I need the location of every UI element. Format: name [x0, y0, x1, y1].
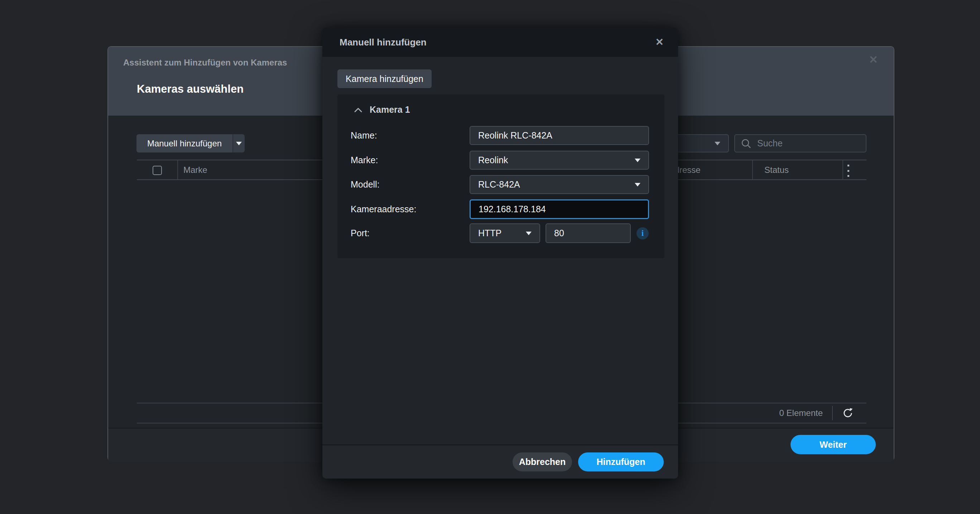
- port-protocol-value: HTTP: [478, 228, 501, 238]
- name-input[interactable]: [469, 126, 649, 145]
- modell-select[interactable]: RLC-842A: [469, 175, 649, 194]
- wizard-close-icon[interactable]: ✕: [869, 53, 878, 66]
- search-box[interactable]: [734, 134, 867, 152]
- column-header-status[interactable]: Status: [764, 160, 789, 179]
- dialog-header: Manuell hinzufügen ✕: [322, 27, 678, 57]
- kameraadresse-input[interactable]: [469, 199, 649, 219]
- wizard-page-title: Kameras auswählen: [137, 82, 243, 95]
- camera-1-panel: Kamera 1 Name: Marke: Reolink Modell: RL…: [337, 95, 665, 258]
- kameraadresse-label: Kameraadresse:: [351, 204, 416, 214]
- camera-1-title: Kamera 1: [370, 105, 410, 115]
- element-count: 0 Elemente: [780, 408, 823, 418]
- marke-value: Reolink: [478, 155, 508, 165]
- manual-add-split-button[interactable]: Manuell hinzufügen: [137, 134, 245, 152]
- screen: Assistent zum Hinzufügen von Kameras Kam…: [0, 0, 980, 514]
- search-input[interactable]: [756, 138, 860, 149]
- chevron-down-icon: [635, 159, 640, 162]
- port-protocol-select[interactable]: HTTP: [469, 223, 540, 243]
- dialog-title: Manuell hinzufügen: [340, 27, 426, 57]
- chevron-down-icon: [236, 142, 242, 145]
- camera-1-section-header[interactable]: Kamera 1: [354, 105, 410, 115]
- name-label: Name:: [351, 130, 377, 141]
- select-all-checkbox[interactable]: [153, 166, 162, 175]
- chevron-up-icon: [354, 107, 363, 113]
- chevron-down-icon: [635, 183, 640, 187]
- modell-label: Modell:: [351, 179, 380, 190]
- tab-kamera-hinzufuegen[interactable]: Kamera hinzufügen: [337, 70, 432, 88]
- modell-value: RLC-842A: [478, 179, 520, 190]
- manual-add-dropdown-toggle[interactable]: [232, 134, 245, 152]
- weiter-button[interactable]: Weiter: [791, 435, 876, 454]
- column-options-kebab-icon[interactable]: [846, 165, 850, 177]
- chevron-down-icon: [526, 232, 531, 235]
- column-header-marke[interactable]: Marke: [183, 160, 207, 179]
- info-icon[interactable]: i: [636, 227, 649, 240]
- search-icon: [741, 138, 751, 149]
- marke-label: Marke:: [351, 155, 378, 165]
- dialog-close-icon[interactable]: ✕: [655, 27, 664, 57]
- abbrechen-button[interactable]: Abbrechen: [512, 452, 572, 471]
- manual-add-dialog: Manuell hinzufügen ✕ Kamera hinzufügen K…: [322, 27, 678, 479]
- wizard-eyebrow: Assistent zum Hinzufügen von Kameras: [123, 58, 287, 68]
- hinzufuegen-button[interactable]: Hinzufügen: [578, 452, 664, 471]
- refresh-icon[interactable]: [842, 407, 854, 419]
- dialog-footer: Abbrechen Hinzufügen: [322, 444, 678, 479]
- port-input[interactable]: [546, 223, 631, 243]
- port-label: Port:: [351, 228, 370, 238]
- marke-select[interactable]: Reolink: [469, 151, 649, 170]
- manual-add-button[interactable]: Manuell hinzufügen: [137, 134, 232, 152]
- chevron-down-icon: [714, 142, 720, 145]
